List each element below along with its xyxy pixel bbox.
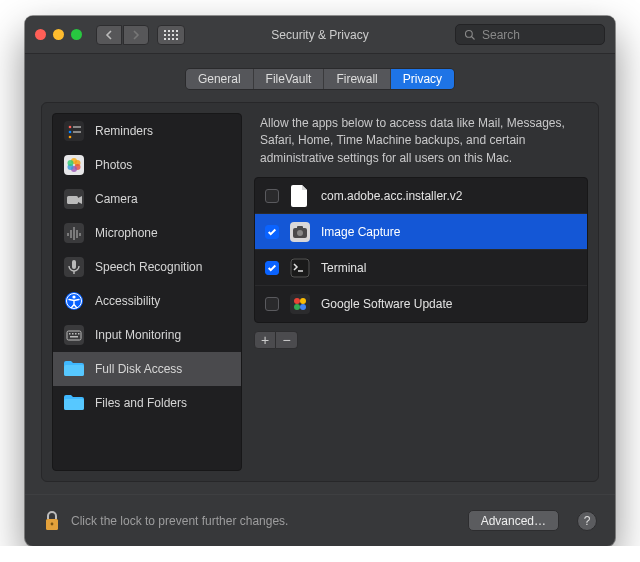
- app-row[interactable]: Image Capture: [255, 214, 587, 250]
- preferences-window: Security & Privacy Search GeneralFileVau…: [25, 16, 615, 546]
- grid-icon: [164, 30, 178, 40]
- svg-rect-35: [70, 336, 78, 338]
- speech-icon: [63, 256, 85, 278]
- footer: Click the lock to prevent further change…: [25, 494, 615, 546]
- privacy-pane: RemindersPhotosCameraMicrophoneSpeech Re…: [41, 102, 599, 482]
- svg-point-5: [69, 131, 72, 134]
- remove-button[interactable]: −: [276, 331, 298, 349]
- app-name: Google Software Update: [321, 297, 452, 311]
- svg-rect-6: [73, 131, 81, 133]
- svg-rect-36: [64, 365, 84, 376]
- svg-point-51: [51, 522, 54, 525]
- search-input[interactable]: Search: [455, 24, 605, 45]
- svg-point-7: [69, 136, 72, 139]
- microphone-icon: [63, 222, 85, 244]
- checkbox[interactable]: [265, 225, 279, 239]
- imagecapture-icon: [289, 221, 311, 243]
- sidebar-item-full-disk-access[interactable]: Full Disk Access: [53, 352, 241, 386]
- sidebar-item-label: Full Disk Access: [95, 362, 182, 376]
- svg-rect-33: [75, 333, 77, 335]
- sidebar-item-label: Microphone: [95, 226, 158, 240]
- keyboard-icon: [63, 324, 85, 346]
- checkbox[interactable]: [265, 261, 279, 275]
- search-icon: [464, 29, 476, 41]
- doc-icon: [289, 185, 311, 207]
- svg-rect-24: [72, 260, 76, 269]
- svg-rect-34: [78, 333, 80, 335]
- checkbox[interactable]: [265, 297, 279, 311]
- svg-line-1: [472, 36, 475, 39]
- folder-blue-icon: [63, 392, 85, 414]
- tab-bar: GeneralFileVaultFirewallPrivacy: [41, 68, 599, 90]
- sidebar-item-label: Reminders: [95, 124, 153, 138]
- sidebar-item-label: Speech Recognition: [95, 260, 202, 274]
- app-row[interactable]: Google Software Update: [255, 286, 587, 322]
- svg-point-0: [466, 30, 473, 37]
- svg-rect-4: [73, 126, 81, 128]
- svg-point-3: [69, 126, 72, 129]
- sidebar-item-reminders[interactable]: Reminders: [53, 114, 241, 148]
- sidebar-item-input-monitoring[interactable]: Input Monitoring: [53, 318, 241, 352]
- sidebar-item-photos[interactable]: Photos: [53, 148, 241, 182]
- nav-buttons: [96, 25, 149, 45]
- svg-rect-16: [67, 196, 78, 204]
- titlebar: Security & Privacy Search: [25, 16, 615, 54]
- forward-button[interactable]: [123, 25, 149, 45]
- app-name: Image Capture: [321, 225, 400, 239]
- app-list[interactable]: com.adobe.acc.installer.v2Image CaptureT…: [254, 177, 588, 323]
- checkbox[interactable]: [265, 189, 279, 203]
- traffic-lights: [35, 29, 82, 40]
- app-row[interactable]: com.adobe.acc.installer.v2: [255, 178, 587, 214]
- accessibility-icon: [63, 290, 85, 312]
- svg-point-28: [72, 295, 75, 298]
- svg-rect-37: [64, 399, 84, 410]
- content-area: GeneralFileVaultFirewallPrivacy Reminder…: [25, 54, 615, 494]
- tab-general[interactable]: General: [186, 69, 254, 89]
- zoom-icon[interactable]: [71, 29, 82, 40]
- advanced-button[interactable]: Advanced…: [468, 510, 559, 531]
- svg-rect-42: [290, 258, 310, 278]
- svg-rect-32: [72, 333, 74, 335]
- sidebar-item-label: Photos: [95, 158, 132, 172]
- svg-rect-31: [69, 333, 71, 335]
- tab-filevault[interactable]: FileVault: [254, 69, 325, 89]
- app-name: com.adobe.acc.installer.v2: [321, 189, 462, 203]
- camera-icon: [63, 188, 85, 210]
- tab-privacy[interactable]: Privacy: [391, 69, 454, 89]
- show-all-button[interactable]: [157, 25, 185, 45]
- sidebar-item-label: Camera: [95, 192, 138, 206]
- svg-point-46: [294, 298, 300, 304]
- sidebar-item-accessibility[interactable]: Accessibility: [53, 284, 241, 318]
- svg-rect-41: [297, 226, 303, 229]
- add-button[interactable]: +: [254, 331, 276, 349]
- svg-rect-45: [290, 294, 310, 314]
- svg-point-40: [297, 230, 303, 236]
- help-button[interactable]: ?: [577, 511, 597, 531]
- folder-blue-icon: [63, 358, 85, 380]
- close-icon[interactable]: [35, 29, 46, 40]
- add-remove-buttons: + −: [254, 331, 588, 349]
- lock-icon[interactable]: [43, 510, 61, 532]
- svg-point-47: [300, 298, 306, 304]
- tab-firewall[interactable]: Firewall: [324, 69, 390, 89]
- sidebar-item-files-and-folders[interactable]: Files and Folders: [53, 386, 241, 420]
- svg-point-48: [294, 304, 300, 310]
- sidebar-item-camera[interactable]: Camera: [53, 182, 241, 216]
- search-placeholder: Search: [482, 28, 520, 42]
- photos-icon: [63, 154, 85, 176]
- svg-point-49: [300, 304, 306, 310]
- lock-text: Click the lock to prevent further change…: [71, 514, 458, 528]
- sidebar-item-label: Files and Folders: [95, 396, 187, 410]
- app-row[interactable]: Terminal: [255, 250, 587, 286]
- back-button[interactable]: [96, 25, 122, 45]
- reminders-icon: [63, 120, 85, 142]
- app-name: Terminal: [321, 261, 366, 275]
- sidebar-item-speech-recognition[interactable]: Speech Recognition: [53, 250, 241, 284]
- sidebar-item-label: Accessibility: [95, 294, 160, 308]
- privacy-detail: Allow the apps below to access data like…: [254, 113, 588, 471]
- description-text: Allow the apps below to access data like…: [254, 113, 588, 177]
- minimize-icon[interactable]: [53, 29, 64, 40]
- svg-point-14: [68, 160, 74, 166]
- privacy-sidebar[interactable]: RemindersPhotosCameraMicrophoneSpeech Re…: [52, 113, 242, 471]
- sidebar-item-microphone[interactable]: Microphone: [53, 216, 241, 250]
